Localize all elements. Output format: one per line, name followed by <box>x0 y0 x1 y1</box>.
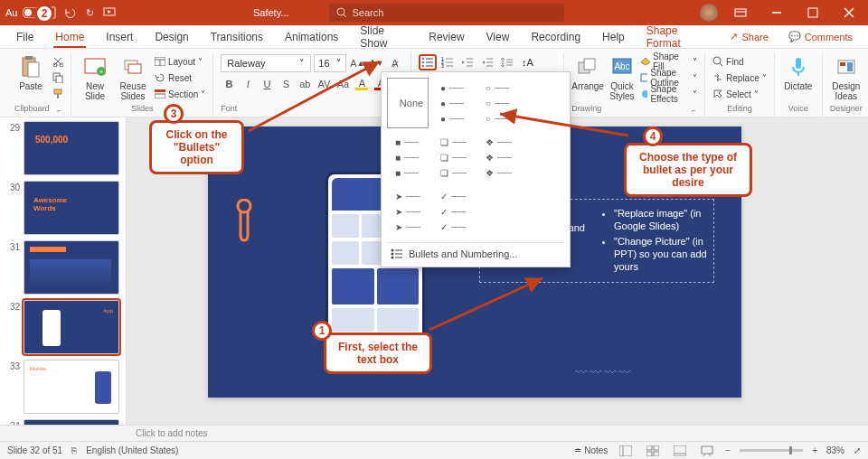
section-button[interactable]: Section ˅ <box>155 87 205 101</box>
tab-animations[interactable]: Animations <box>276 27 347 47</box>
ribbon-display-icon[interactable] <box>727 0 754 25</box>
paste-button[interactable]: Paste <box>14 54 47 91</box>
tab-help[interactable]: Help <box>593 27 634 47</box>
bold-button[interactable]: B <box>221 76 237 92</box>
share-button[interactable]: ↗Share <box>722 28 776 45</box>
tab-slideshow[interactable]: Slide Show <box>351 21 416 53</box>
bullets-and-numbering-link[interactable]: Bullets and Numbering... <box>387 243 564 261</box>
shape-outline-button[interactable]: Shape Outline ˅ <box>640 70 697 85</box>
bullet-option-diamond[interactable]: ❖❖❖ <box>477 132 519 183</box>
text-direction-icon[interactable]: ↕A <box>518 54 536 70</box>
shape-effects-button[interactable]: Shape Effects ˅ <box>640 87 697 101</box>
slide-counter[interactable]: Slide 32 of 51 <box>7 445 62 455</box>
zoom-level[interactable]: 83% <box>826 445 844 455</box>
decrease-font-icon[interactable]: A▼ <box>368 55 384 71</box>
tab-transitions[interactable]: Transitions <box>202 27 272 47</box>
thumb-31[interactable] <box>24 240 119 295</box>
zoom-in-icon[interactable]: + <box>812 445 817 455</box>
tab-insert[interactable]: Insert <box>97 27 142 47</box>
bullet-option-disc[interactable]: ●●● <box>432 78 474 128</box>
normal-view-icon[interactable] <box>617 444 635 458</box>
bullet-option-none[interactable]: None <box>387 78 429 128</box>
arrange-button[interactable]: Arrange <box>571 54 604 91</box>
char-spacing-button[interactable]: AV <box>316 76 332 92</box>
font-name-select[interactable]: Raleway˅ <box>221 54 311 72</box>
svg-rect-21 <box>57 94 59 98</box>
paste-icon <box>18 54 43 80</box>
dictate-button[interactable]: Dictate <box>782 54 815 91</box>
minimize-icon[interactable] <box>763 0 790 25</box>
bullet-option-check[interactable]: ✓✓✓ <box>432 186 474 237</box>
increase-indent-icon[interactable] <box>478 54 496 70</box>
line-spacing-icon[interactable] <box>498 54 516 70</box>
thumb-34[interactable] <box>24 419 119 425</box>
change-case-button[interactable]: Aa <box>335 76 351 92</box>
redo-icon[interactable]: ↻ <box>82 5 97 20</box>
quick-styles-button[interactable]: Abc Quick Styles <box>609 54 635 101</box>
bullet-option-circle[interactable]: ○○○ <box>477 78 519 128</box>
thumb-29[interactable]: 500,000 <box>24 121 119 175</box>
highlight-color-button[interactable]: A <box>354 76 370 92</box>
sorter-view-icon[interactable] <box>644 444 662 458</box>
decrease-indent-icon[interactable] <box>458 54 476 70</box>
tab-recording[interactable]: Recording <box>522 27 590 47</box>
clear-formatting-icon[interactable]: A̷ <box>387 55 403 71</box>
notes-pane[interactable]: Click to add notes <box>0 425 868 441</box>
drawing-launcher[interactable]: ⌐ <box>689 107 697 115</box>
tab-review[interactable]: Review <box>420 27 473 47</box>
reading-view-icon[interactable] <box>671 444 689 458</box>
tab-shape-format[interactable]: Shape Format <box>637 21 715 53</box>
bullet-option-square[interactable]: ■■■ <box>387 132 429 183</box>
maximize-icon[interactable] <box>799 0 826 25</box>
reuse-slides-button[interactable]: Reuse Slides <box>117 54 149 101</box>
notes-toggle[interactable]: ≐ Notes <box>574 445 608 455</box>
undo-icon[interactable] <box>62 5 77 20</box>
zoom-out-icon[interactable]: − <box>725 445 731 455</box>
clipboard-launcher[interactable]: ⌐ <box>55 107 63 115</box>
bullet-item[interactable]: "Replace image" (in Google Slides) <box>614 207 708 233</box>
autosave-label: Au <box>5 7 17 18</box>
reset-button[interactable]: Reset <box>155 70 205 85</box>
format-painter-button[interactable] <box>52 87 63 101</box>
zoom-slider[interactable] <box>740 449 803 452</box>
search-icon <box>336 7 347 18</box>
cut-button[interactable] <box>52 54 63 69</box>
underline-button[interactable]: U <box>259 76 275 92</box>
font-size-select[interactable]: 16˅ <box>314 54 346 72</box>
start-from-beginning-icon[interactable] <box>102 5 117 20</box>
replace-button[interactable]: Replace ˅ <box>712 70 767 85</box>
tab-home[interactable]: Home <box>46 27 93 47</box>
close-icon[interactable] <box>835 0 863 25</box>
thumbnail-panel[interactable]: 29500,000 30Awesome Words 31 32App 33Mob… <box>0 117 127 425</box>
thumb-32[interactable]: App <box>24 300 119 354</box>
layout-button[interactable]: Layout ˅ <box>155 54 205 69</box>
copy-button[interactable] <box>52 70 63 85</box>
numbering-button[interactable]: 123 <box>439 54 457 70</box>
shape-fill-button[interactable]: Shape Fill ˅ <box>640 54 697 69</box>
tab-view[interactable]: View <box>477 27 519 47</box>
bullets-button[interactable] <box>419 54 437 70</box>
accessibility-icon[interactable]: ⎘ <box>71 445 77 455</box>
shadow-button[interactable]: ab <box>297 76 313 92</box>
italic-button[interactable]: I <box>240 76 256 92</box>
fit-to-window-icon[interactable]: ⤢ <box>854 445 861 455</box>
thumb-30[interactable]: Awesome Words <box>24 181 119 235</box>
language-status[interactable]: English (United States) <box>86 445 178 455</box>
thumb-33[interactable]: Mobile <box>24 360 119 414</box>
new-slide-button[interactable]: + New Slide <box>79 54 111 101</box>
bullet-item[interactable]: "Change Picture" (in PPT) so you can add… <box>614 235 708 274</box>
increase-font-icon[interactable]: A▲ <box>349 55 365 71</box>
search-box[interactable] <box>329 4 564 22</box>
tab-design[interactable]: Design <box>146 27 197 47</box>
select-button[interactable]: Select ˅ <box>712 87 767 101</box>
design-ideas-button[interactable]: Design Ideas <box>830 54 863 101</box>
user-avatar[interactable] <box>700 4 718 22</box>
tab-file[interactable]: File <box>7 27 42 47</box>
comments-button[interactable]: 💬Comments <box>780 28 861 45</box>
bullet-option-arrow[interactable]: ➤➤➤ <box>387 186 429 237</box>
search-input[interactable] <box>353 7 557 18</box>
bullet-option-hollow-square[interactable]: ❏❏❏ <box>432 132 474 183</box>
find-button[interactable]: Find <box>712 54 767 69</box>
strike-button[interactable]: S <box>278 76 294 92</box>
slideshow-view-icon[interactable] <box>698 444 716 458</box>
